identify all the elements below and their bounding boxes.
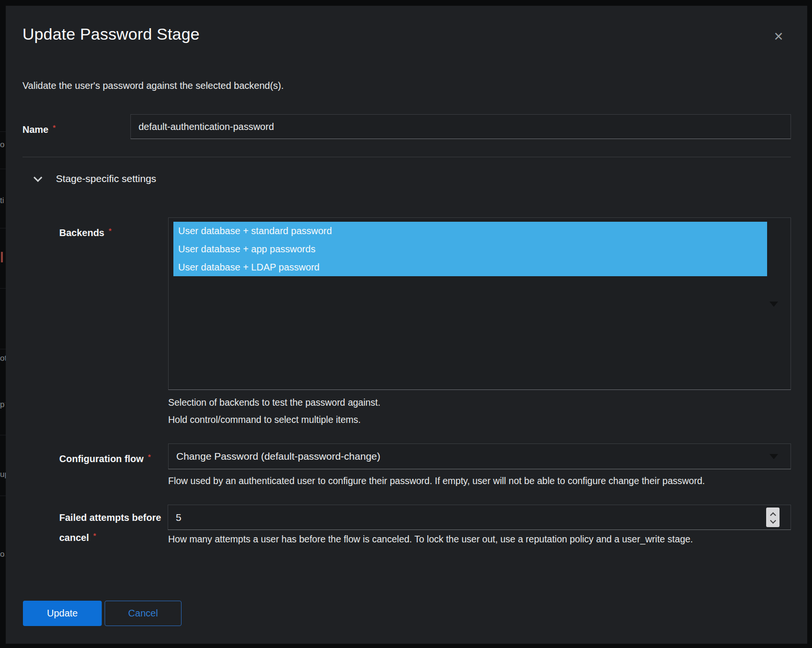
- backends-option[interactable]: User database + app passwords: [173, 240, 767, 258]
- chevron-down-icon: [33, 173, 42, 182]
- modal-title: Update Password Stage: [22, 25, 200, 43]
- section-divider: [22, 157, 791, 157]
- background-red-mark: [1, 252, 3, 262]
- configuration-flow-help: Flow used by an authenticated user to co…: [168, 475, 705, 487]
- configuration-flow-label: Configuration flow*: [59, 451, 150, 465]
- dropdown-caret-icon: [769, 454, 778, 459]
- backends-help-line: Selection of backends to test the passwo…: [168, 397, 380, 409]
- update-password-stage-modal: Update Password Stage ✕ Validate the use…: [6, 6, 807, 644]
- background-text-fragment: ot: [0, 354, 6, 363]
- background-text-fragment: o: [0, 140, 6, 150]
- cancel-button[interactable]: Cancel: [105, 601, 182, 626]
- required-asterisk: *: [109, 227, 112, 235]
- stepper-down-icon[interactable]: [770, 518, 776, 524]
- required-asterisk: *: [148, 453, 151, 461]
- update-button[interactable]: Update: [23, 601, 102, 626]
- close-icon[interactable]: ✕: [768, 27, 789, 46]
- background-text-fragment: o: [0, 550, 6, 559]
- background-text-fragment: up: [0, 470, 6, 479]
- configuration-flow-select[interactable]: Change Password (default-password-change…: [168, 443, 791, 469]
- required-asterisk: *: [93, 531, 96, 540]
- stage-specific-settings-toggle[interactable]: Stage-specific settings: [31, 168, 231, 189]
- required-asterisk: *: [53, 123, 55, 131]
- name-input[interactable]: [130, 114, 791, 139]
- name-label: Name*: [22, 121, 55, 136]
- section-label: Stage-specific settings: [56, 173, 156, 184]
- background-text-fragment: p: [0, 400, 6, 410]
- backends-label: Backends*: [59, 225, 111, 239]
- configuration-flow-value: Change Password (default-password-change…: [176, 451, 380, 462]
- backends-option[interactable]: User database + LDAP password: [173, 258, 767, 276]
- background-text-fragment: ti: [0, 196, 6, 205]
- backends-option[interactable]: User database + standard password: [173, 222, 767, 240]
- modal-description: Validate the user's password against the…: [22, 80, 284, 91]
- backends-help-line: Hold control/command to select multiple …: [168, 414, 361, 426]
- failed-attempts-input[interactable]: [168, 505, 791, 530]
- dropdown-caret-icon: [769, 302, 778, 307]
- failed-attempts-help: How many attempts a user has before the …: [168, 533, 693, 545]
- number-stepper[interactable]: [766, 508, 780, 527]
- backends-listbox[interactable]: User database + standard password User d…: [168, 217, 791, 390]
- failed-attempts-label: Failed attempts before cancel*: [59, 509, 174, 547]
